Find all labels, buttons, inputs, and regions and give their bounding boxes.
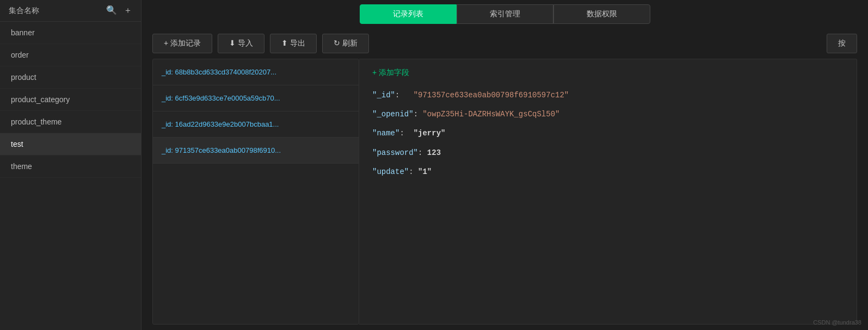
- add-collection-icon[interactable]: ＋: [124, 5, 132, 16]
- tab-index-management[interactable]: 索引管理: [457, 4, 553, 24]
- main-panel: 记录列表 索引管理 数据权限 + 添加记录 ⬇ 导入 ⬆ 导出 ↻ 刷新 按 _…: [141, 0, 868, 330]
- sidebar-item-banner[interactable]: banner: [0, 22, 141, 44]
- add-record-button[interactable]: + 添加记录: [152, 34, 212, 53]
- toolbar-right: 按: [827, 34, 857, 53]
- sidebar-header-icons: 🔍 ＋: [106, 5, 132, 16]
- json-field-id: "_id": "971357ce633ea0ab00798f6910597c12…: [372, 89, 844, 102]
- sidebar-title: 集合名称: [9, 6, 39, 16]
- json-key-openid: "_openid": [372, 110, 414, 119]
- record-list: _id: 68b8b3cd633cd374008f20207... _id: 6…: [152, 59, 359, 325]
- json-value-openid: "owpZ35Hi-DAZRHsWAYK_gsCqSl50": [422, 110, 559, 119]
- json-value-update: "1": [418, 167, 432, 176]
- add-field-button[interactable]: + 添加字段: [372, 68, 409, 78]
- sidebar: 集合名称 🔍 ＋ banner order product product_ca…: [0, 0, 141, 330]
- export-button[interactable]: ⬆ 导出: [270, 34, 317, 53]
- sidebar-item-order[interactable]: order: [0, 44, 141, 66]
- record-item-3[interactable]: _id: 971357ce633ea0ab00798f6910...: [153, 138, 359, 164]
- refresh-button[interactable]: ↻ 刷新: [322, 34, 369, 53]
- json-key-password: "password": [372, 148, 418, 157]
- tab-record-list[interactable]: 记录列表: [360, 4, 457, 24]
- watermark: CSDN @tundra38: [813, 319, 861, 326]
- content-area: _id: 68b8b3cd633cd374008f20207... _id: 6…: [141, 59, 868, 330]
- json-value-name: "jerry": [414, 129, 446, 138]
- filter-button[interactable]: 按: [827, 34, 857, 53]
- toolbar: + 添加记录 ⬇ 导入 ⬆ 导出 ↻ 刷新 按: [141, 28, 868, 59]
- tabs-bar: 记录列表 索引管理 数据权限: [141, 0, 868, 28]
- search-icon[interactable]: 🔍: [106, 5, 117, 16]
- detail-panel: + 添加字段 "_id": "971357ce633ea0ab00798f691…: [359, 59, 857, 325]
- sidebar-items: banner order product product_category pr…: [0, 22, 141, 330]
- json-field-openid: "_openid": "owpZ35Hi-DAZRHsWAYK_gsCqSl50…: [372, 108, 844, 121]
- import-button[interactable]: ⬇ 导入: [218, 34, 264, 53]
- json-field-name: "name": "jerry": [372, 127, 844, 140]
- record-item-0[interactable]: _id: 68b8b3cd633cd374008f20207...: [153, 59, 359, 85]
- tab-data-permission[interactable]: 数据权限: [553, 4, 650, 24]
- sidebar-item-product-category[interactable]: product_category: [0, 89, 141, 111]
- json-value-password: 123: [427, 148, 441, 157]
- json-value-id: "971357ce633ea0ab00798f6910597c12": [414, 91, 569, 99]
- json-key-id: "_id": [372, 91, 395, 99]
- json-key-update: "update": [372, 167, 409, 176]
- sidebar-item-test[interactable]: test: [0, 133, 141, 155]
- json-field-password: "password": 123: [372, 146, 844, 160]
- json-field-update: "update": "1": [372, 165, 844, 179]
- record-item-1[interactable]: _id: 6cf53e9d633ce7e0005a59cb70...: [153, 85, 359, 111]
- sidebar-item-theme[interactable]: theme: [0, 155, 141, 178]
- sidebar-header: 集合名称 🔍 ＋: [0, 0, 141, 22]
- json-key-name: "name": [372, 129, 399, 138]
- sidebar-item-product-theme[interactable]: product_theme: [0, 111, 141, 133]
- sidebar-item-product[interactable]: product: [0, 66, 141, 89]
- record-item-2[interactable]: _id: 16ad22d9633e9e2b007bcbaa1...: [153, 111, 359, 138]
